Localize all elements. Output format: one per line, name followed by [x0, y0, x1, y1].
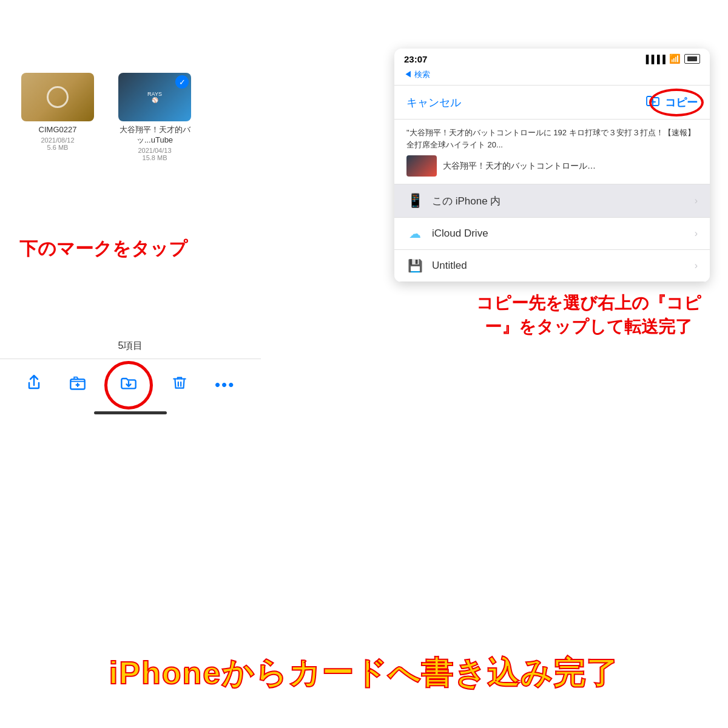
more-icon[interactable]: •••	[212, 372, 238, 397]
file-thumb-video: RAYS⚾ ✓	[118, 73, 191, 121]
toolbar-icons: •••	[0, 359, 261, 411]
chevron-right-icon-2: ›	[695, 228, 698, 239]
annotation-tap: 下のマークをタップ	[12, 237, 194, 261]
file-date-video: 2021/04/13	[138, 147, 171, 154]
icloud-icon: ☁	[406, 226, 423, 241]
item-count: 5項目	[0, 340, 261, 352]
video-info-text: "大谷翔平！天才的バットコントロールに 192 キロ打球で３安打３打点！【速報】…	[406, 127, 698, 150]
share-icon[interactable]	[23, 371, 45, 399]
home-indicator	[94, 411, 167, 414]
nav-bar[interactable]: ◀ 検索	[394, 67, 710, 86]
video-mini-title: 大谷翔平！天才的バットコントロール…	[443, 161, 596, 172]
chevron-right-icon: ›	[695, 195, 698, 206]
battery-icon	[684, 54, 700, 64]
file-date-cimg: 2021/08/12	[41, 136, 74, 144]
file-area: CIMG0227 2021/08/12 5.6 MB RAYS⚾ ✓ 大谷翔平！…	[18, 73, 194, 161]
video-thumbnail-row: 大谷翔平！天才的バットコントロール…	[406, 155, 698, 177]
check-badge: ✓	[175, 75, 189, 89]
drive-icon: 💾	[406, 258, 423, 273]
iphone-icon: 📱	[406, 193, 423, 209]
wifi-icon: 📶	[669, 53, 681, 64]
toolbar-area: 5項目	[0, 340, 261, 411]
circle-icon	[47, 86, 69, 108]
file-size-cimg: 5.6 MB	[47, 144, 69, 151]
back-button[interactable]: ◀ 検索	[404, 70, 430, 79]
file-item-cimg[interactable]: CIMG0227 2021/08/12 5.6 MB	[18, 73, 97, 161]
file-thumb-cimg	[21, 73, 94, 121]
trash-icon[interactable]	[169, 371, 190, 399]
location-icloud-label: iCloud Drive	[432, 228, 695, 240]
location-iphone-label: この iPhone 内	[432, 194, 695, 208]
add-folder-icon[interactable]	[66, 371, 89, 399]
folder-copy-icon	[645, 94, 660, 110]
signal-icon: ▐▐▐▐	[643, 55, 666, 64]
status-icons: ▐▐▐▐ 📶	[643, 53, 700, 64]
video-info-box: "大谷翔平！天才的バットコントロールに 192 キロ打球で３安打３打点！【速報】…	[394, 120, 710, 184]
iphone-screen: 23:07 ▐▐▐▐ 📶 ◀ 検索 キャンセル コピー	[394, 49, 710, 282]
status-time: 23:07	[404, 54, 427, 64]
file-name-video: 大谷翔平！天才的バッ...uTube	[115, 125, 194, 146]
location-item-untitled[interactable]: 💾 Untitled ›	[394, 250, 710, 282]
annotation-copy: コピー先を選び右上の『コピー』をタップして転送完了	[461, 291, 716, 339]
location-list: 📱 この iPhone 内 › ☁ iCloud Drive › 💾 Untit…	[394, 184, 710, 282]
cancel-button[interactable]: キャンセル	[406, 95, 461, 110]
video-mini-thumb	[406, 155, 437, 177]
chevron-right-icon-3: ›	[695, 260, 698, 271]
file-item-video[interactable]: RAYS⚾ ✓ 大谷翔平！天才的バッ...uTube 2021/04/13 15…	[115, 73, 194, 161]
copy-dialog-header: キャンセル コピー	[394, 86, 710, 120]
copy-button[interactable]: コピー	[665, 95, 698, 110]
copy-button-wrapper: コピー	[645, 94, 698, 110]
file-name-cimg: CIMG0227	[39, 125, 77, 135]
status-bar: 23:07 ▐▐▐▐ 📶	[394, 49, 710, 67]
location-item-iphone[interactable]: 📱 この iPhone 内 ›	[394, 184, 710, 218]
file-size-video: 15.8 MB	[143, 154, 167, 161]
move-folder-icon[interactable]	[110, 365, 147, 405]
copy-dialog: キャンセル コピー "大谷翔平！天才的バットコントロールに 192 キロ打球で３…	[394, 86, 710, 282]
bottom-text: iPhoneからカードへ書き込み完了	[0, 654, 728, 692]
location-item-icloud[interactable]: ☁ iCloud Drive ›	[394, 218, 710, 250]
location-untitled-label: Untitled	[432, 260, 695, 272]
